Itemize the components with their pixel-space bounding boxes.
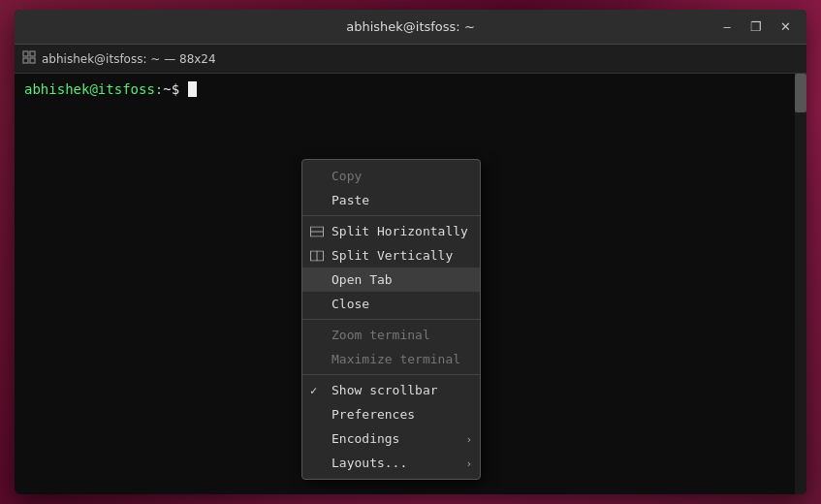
menu-item-scrollbar[interactable]: ✓Show scrollbar: [302, 378, 480, 402]
menu-item-label: Split Vertically: [332, 248, 453, 263]
svg-rect-3: [30, 58, 35, 63]
split-h-icon: [308, 226, 326, 236]
svg-rect-1: [30, 51, 35, 56]
menu-item-copy: Copy: [302, 164, 480, 188]
menu-item-open-tab[interactable]: Open Tab: [302, 268, 480, 292]
menu-item-close[interactable]: Close: [302, 292, 480, 316]
menu-item-zoom: Zoom terminal: [302, 323, 480, 347]
prompt-symbol: ~$: [163, 81, 187, 97]
menu-item-label: Preferences: [332, 407, 415, 422]
cursor: [188, 81, 197, 97]
menu-item-preferences[interactable]: Preferences: [302, 402, 480, 426]
menu-item-label: Open Tab: [332, 272, 393, 287]
submenu-arrow-icon: ›: [465, 457, 472, 469]
menu-item-split-v[interactable]: Split Vertically: [302, 243, 480, 268]
scrollbar-thumb[interactable]: [795, 74, 806, 112]
menu-item-label: Layouts...: [332, 456, 407, 470]
terminal-content[interactable]: abhishek@itsfoss:~$ CopyPaste Split Hori…: [15, 74, 806, 494]
checkmark-icon: ✓: [310, 384, 317, 397]
menu-separator: [302, 319, 480, 320]
menu-item-paste[interactable]: Paste: [302, 188, 480, 212]
tab-label: abhishek@itsfoss: ~ — 88x24: [42, 52, 216, 66]
terminal-window: abhishek@itsfoss: ~ – ❐ ✕ abhishek@itsfo…: [15, 10, 806, 494]
tab-icon: [22, 50, 36, 67]
menu-item-label: Zoom terminal: [332, 328, 430, 342]
submenu-arrow-icon: ›: [465, 432, 472, 445]
menu-item-label: Split Horizontally: [332, 224, 468, 238]
menu-item-split-h[interactable]: Split Horizontally: [302, 219, 480, 243]
minimize-button[interactable]: –: [713, 15, 741, 40]
menu-item-label: Show scrollbar: [332, 383, 438, 397]
svg-rect-0: [23, 51, 28, 56]
menu-item-maximize: Maximize terminal: [302, 347, 480, 371]
menu-item-encodings[interactable]: Encodings›: [302, 426, 480, 451]
menu-item-label: Copy: [332, 169, 362, 183]
scrollbar-track[interactable]: [795, 74, 806, 494]
menu-separator: [302, 374, 480, 375]
svg-rect-2: [23, 58, 28, 63]
close-button[interactable]: ✕: [772, 15, 799, 40]
context-menu: CopyPaste Split Horizontally Split Verti…: [301, 159, 481, 480]
window-title: abhishek@itsfoss: ~: [346, 19, 475, 34]
menu-item-label: Maximize terminal: [332, 352, 460, 366]
prompt-user: abhishek@itsfoss:: [24, 81, 163, 97]
menu-item-layouts[interactable]: Layouts...›: [302, 451, 480, 475]
menu-separator: [302, 215, 480, 216]
tab-bar: abhishek@itsfoss: ~ — 88x24: [15, 45, 806, 74]
menu-item-label: Close: [332, 297, 369, 311]
menu-item-label: Paste: [332, 193, 369, 207]
title-bar: abhishek@itsfoss: ~ – ❐ ✕: [15, 10, 806, 45]
menu-item-label: Encodings: [332, 431, 399, 446]
window-controls: – ❐ ✕: [713, 10, 799, 44]
maximize-button[interactable]: ❐: [742, 15, 770, 40]
split-v-icon: [308, 250, 326, 261]
